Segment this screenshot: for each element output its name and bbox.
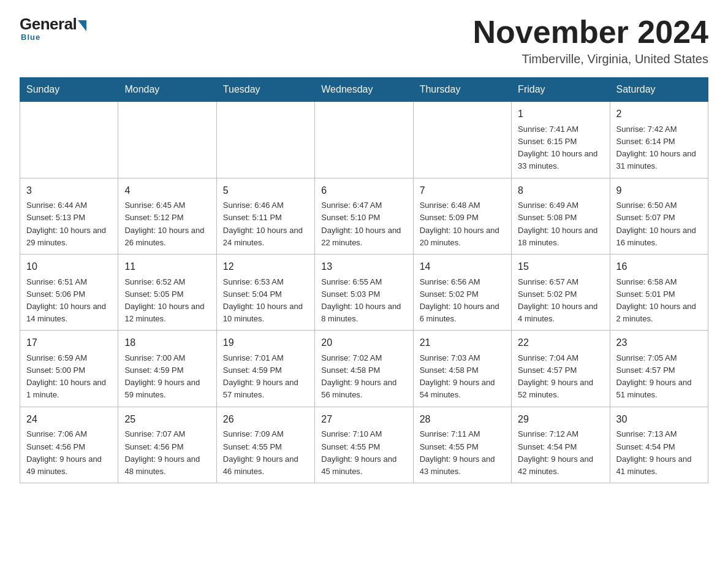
day-info: Sunrise: 6:44 AMSunset: 5:13 PMDaylight:… [26, 201, 106, 247]
day-number: 30 [616, 412, 702, 427]
day-info: Sunrise: 7:00 AMSunset: 4:59 PMDaylight:… [124, 353, 200, 399]
calendar-cell: 28Sunrise: 7:11 AMSunset: 4:55 PMDayligh… [413, 407, 511, 483]
calendar-title: November 2024 [473, 15, 708, 50]
day-info: Sunrise: 7:42 AMSunset: 6:14 PMDaylight:… [616, 124, 696, 170]
day-info: Sunrise: 6:56 AMSunset: 5:02 PMDaylight:… [420, 277, 499, 323]
calendar-header-row: SundayMondayTuesdayWednesdayThursdayFrid… [20, 78, 708, 102]
day-number: 6 [321, 183, 406, 199]
calendar-cell: 16Sunrise: 6:58 AMSunset: 5:01 PMDayligh… [610, 254, 708, 330]
calendar-week-4: 17Sunrise: 6:59 AMSunset: 5:00 PMDayligh… [20, 331, 708, 407]
col-header-wednesday: Wednesday [315, 78, 413, 102]
day-info: Sunrise: 6:45 AMSunset: 5:12 PMDaylight:… [124, 201, 204, 247]
day-info: Sunrise: 6:46 AMSunset: 5:11 PMDaylight:… [223, 201, 303, 247]
calendar-cell: 9Sunrise: 6:50 AMSunset: 5:07 PMDaylight… [610, 178, 708, 254]
calendar-cell [20, 102, 118, 178]
calendar-cell: 22Sunrise: 7:04 AMSunset: 4:57 PMDayligh… [512, 331, 610, 407]
calendar-cell: 2Sunrise: 7:42 AMSunset: 6:14 PMDaylight… [610, 102, 708, 178]
calendar-cell: 14Sunrise: 6:56 AMSunset: 5:02 PMDayligh… [413, 254, 511, 330]
calendar-cell: 1Sunrise: 7:41 AMSunset: 6:15 PMDaylight… [512, 102, 610, 178]
day-info: Sunrise: 6:52 AMSunset: 5:05 PMDaylight:… [124, 277, 204, 323]
day-info: Sunrise: 7:10 AMSunset: 4:55 PMDaylight:… [321, 429, 396, 475]
calendar-cell: 27Sunrise: 7:10 AMSunset: 4:55 PMDayligh… [315, 407, 413, 483]
calendar-cell [216, 102, 314, 178]
day-info: Sunrise: 7:05 AMSunset: 4:57 PMDaylight:… [616, 353, 692, 399]
col-header-thursday: Thursday [413, 78, 511, 102]
day-info: Sunrise: 7:12 AMSunset: 4:54 PMDaylight:… [518, 429, 593, 475]
calendar-cell: 21Sunrise: 7:03 AMSunset: 4:58 PMDayligh… [413, 331, 511, 407]
calendar-cell: 12Sunrise: 6:53 AMSunset: 5:04 PMDayligh… [216, 254, 314, 330]
day-info: Sunrise: 6:57 AMSunset: 5:02 PMDaylight:… [518, 277, 597, 323]
calendar-cell: 29Sunrise: 7:12 AMSunset: 4:54 PMDayligh… [512, 407, 610, 483]
calendar-week-5: 24Sunrise: 7:06 AMSunset: 4:56 PMDayligh… [20, 407, 708, 483]
day-number: 14 [420, 259, 505, 275]
col-header-friday: Friday [512, 78, 610, 102]
day-number: 3 [26, 183, 112, 199]
day-info: Sunrise: 7:13 AMSunset: 4:54 PMDaylight:… [616, 429, 692, 475]
calendar-cell: 24Sunrise: 7:06 AMSunset: 4:56 PMDayligh… [20, 407, 118, 483]
calendar-cell: 18Sunrise: 7:00 AMSunset: 4:59 PMDayligh… [118, 331, 216, 407]
calendar-cell: 4Sunrise: 6:45 AMSunset: 5:12 PMDaylight… [118, 178, 216, 254]
day-number: 18 [124, 335, 210, 351]
day-number: 10 [26, 259, 112, 275]
calendar-cell: 6Sunrise: 6:47 AMSunset: 5:10 PMDaylight… [315, 178, 413, 254]
calendar-cell: 5Sunrise: 6:46 AMSunset: 5:11 PMDaylight… [216, 178, 314, 254]
calendar-cell: 15Sunrise: 6:57 AMSunset: 5:02 PMDayligh… [512, 254, 610, 330]
day-info: Sunrise: 6:58 AMSunset: 5:01 PMDaylight:… [616, 277, 696, 323]
day-number: 23 [616, 335, 702, 351]
day-number: 8 [518, 183, 603, 199]
calendar-cell [413, 102, 511, 178]
day-info: Sunrise: 7:06 AMSunset: 4:56 PMDaylight:… [26, 429, 102, 475]
calendar-cell: 3Sunrise: 6:44 AMSunset: 5:13 PMDaylight… [20, 178, 118, 254]
day-number: 7 [420, 183, 505, 199]
day-number: 27 [321, 412, 406, 427]
day-number: 20 [321, 335, 406, 351]
calendar-cell: 17Sunrise: 6:59 AMSunset: 5:00 PMDayligh… [20, 331, 118, 407]
day-number: 12 [223, 259, 308, 275]
day-number: 4 [124, 183, 210, 199]
day-info: Sunrise: 6:51 AMSunset: 5:06 PMDaylight:… [26, 277, 106, 323]
logo-general-text: General [20, 15, 77, 34]
calendar-cell [118, 102, 216, 178]
col-header-sunday: Sunday [20, 78, 118, 102]
calendar-week-3: 10Sunrise: 6:51 AMSunset: 5:06 PMDayligh… [20, 254, 708, 330]
calendar-week-1: 1Sunrise: 7:41 AMSunset: 6:15 PMDaylight… [20, 102, 708, 178]
day-number: 17 [26, 335, 112, 351]
day-number: 22 [518, 335, 603, 351]
logo-blue-text: Blue [21, 33, 40, 42]
day-info: Sunrise: 6:49 AMSunset: 5:08 PMDaylight:… [518, 201, 597, 247]
day-info: Sunrise: 7:11 AMSunset: 4:55 PMDaylight:… [420, 429, 495, 475]
col-header-saturday: Saturday [610, 78, 708, 102]
day-info: Sunrise: 7:07 AMSunset: 4:56 PMDaylight:… [124, 429, 200, 475]
calendar-cell: 8Sunrise: 6:49 AMSunset: 5:08 PMDaylight… [512, 178, 610, 254]
calendar-cell: 25Sunrise: 7:07 AMSunset: 4:56 PMDayligh… [118, 407, 216, 483]
day-number: 13 [321, 259, 406, 275]
day-info: Sunrise: 6:48 AMSunset: 5:09 PMDaylight:… [420, 201, 499, 247]
day-number: 24 [26, 412, 112, 427]
calendar-table: SundayMondayTuesdayWednesdayThursdayFrid… [20, 77, 708, 483]
calendar-cell: 19Sunrise: 7:01 AMSunset: 4:59 PMDayligh… [216, 331, 314, 407]
day-number: 26 [223, 412, 308, 427]
day-info: Sunrise: 6:53 AMSunset: 5:04 PMDaylight:… [223, 277, 303, 323]
day-info: Sunrise: 7:04 AMSunset: 4:57 PMDaylight:… [518, 353, 593, 399]
day-number: 5 [223, 183, 308, 199]
day-number: 25 [124, 412, 210, 427]
day-number: 21 [420, 335, 505, 351]
calendar-cell: 30Sunrise: 7:13 AMSunset: 4:54 PMDayligh… [610, 407, 708, 483]
day-info: Sunrise: 7:03 AMSunset: 4:58 PMDaylight:… [420, 353, 495, 399]
calendar-week-2: 3Sunrise: 6:44 AMSunset: 5:13 PMDaylight… [20, 178, 708, 254]
calendar-cell: 11Sunrise: 6:52 AMSunset: 5:05 PMDayligh… [118, 254, 216, 330]
calendar-cell: 26Sunrise: 7:09 AMSunset: 4:55 PMDayligh… [216, 407, 314, 483]
day-info: Sunrise: 6:50 AMSunset: 5:07 PMDaylight:… [616, 201, 696, 247]
day-number: 19 [223, 335, 308, 351]
calendar-subtitle: Timberville, Virginia, United States [473, 52, 708, 66]
day-number: 16 [616, 259, 702, 275]
day-info: Sunrise: 7:41 AMSunset: 6:15 PMDaylight:… [518, 124, 597, 170]
day-number: 29 [518, 412, 603, 427]
logo-arrow-icon [78, 20, 86, 31]
day-info: Sunrise: 7:02 AMSunset: 4:58 PMDaylight:… [321, 353, 396, 399]
day-number: 1 [518, 107, 603, 122]
day-number: 28 [420, 412, 505, 427]
title-section: November 2024 Timberville, Virginia, Uni… [473, 15, 708, 66]
calendar-cell [315, 102, 413, 178]
day-number: 2 [616, 107, 702, 122]
